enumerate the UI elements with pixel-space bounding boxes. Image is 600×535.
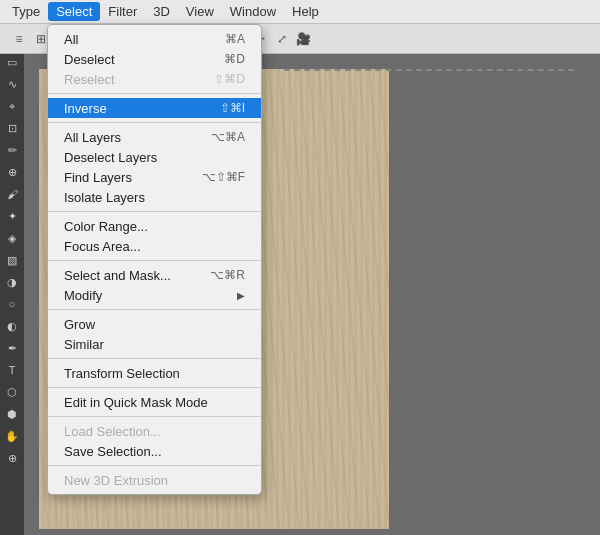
menu-item-reselect-label: Reselect — [64, 72, 115, 87]
selection-marquee — [284, 69, 574, 72]
menu-item-deselect-label: Deselect — [64, 52, 115, 67]
separator-9 — [48, 465, 261, 466]
separator-4 — [48, 260, 261, 261]
separator-1 — [48, 93, 261, 94]
tool-blur[interactable]: ○ — [2, 294, 22, 314]
menu-3d[interactable]: 3D — [145, 2, 178, 21]
tool-clone[interactable]: ✦ — [2, 206, 22, 226]
separator-2 — [48, 122, 261, 123]
tool-wand[interactable]: ⌖ — [2, 96, 22, 116]
menu-item-all-layers-shortcut: ⌥⌘A — [211, 130, 245, 144]
left-sidebar: ↖ ▭ ∿ ⌖ ⊡ ✏ ⊕ 🖌 ✦ ◈ ▧ ◑ ○ ◐ ✒ T ⬡ ⬢ ✋ ⊕ — [0, 24, 24, 535]
select-menu-dropdown: All ⌘A Deselect ⌘D Reselect ⇧⌘D Inverse … — [47, 24, 262, 495]
menu-item-focus-area-label: Focus Area... — [64, 239, 141, 254]
menu-item-modify-label: Modify — [64, 288, 102, 303]
menu-item-color-range-label: Color Range... — [64, 219, 148, 234]
menu-item-focus-area[interactable]: Focus Area... — [48, 236, 261, 256]
menu-item-inverse-label: Inverse — [64, 101, 107, 116]
menu-item-color-range[interactable]: Color Range... — [48, 216, 261, 236]
menu-item-all-label: All — [64, 32, 78, 47]
toolbar-3d-camera[interactable]: 🎥 — [293, 28, 315, 50]
submenu-arrow-icon: ▶ — [237, 290, 245, 301]
menu-item-all[interactable]: All ⌘A — [48, 29, 261, 49]
tool-eyedrop[interactable]: ✏ — [2, 140, 22, 160]
tool-eraser[interactable]: ▧ — [2, 250, 22, 270]
toolbar-3d-slide[interactable]: ⤢ — [271, 28, 293, 50]
tool-brush[interactable]: 🖌 — [2, 184, 22, 204]
menu-item-save-selection-label: Save Selection... — [64, 444, 162, 459]
menu-item-grow-label: Grow — [64, 317, 95, 332]
menu-item-load-selection: Load Selection... — [48, 421, 261, 441]
menu-item-inverse-shortcut: ⇧⌘I — [220, 101, 245, 115]
menu-item-new-3d-extrusion-label: New 3D Extrusion — [64, 473, 168, 488]
separator-3 — [48, 211, 261, 212]
menu-item-deselect-shortcut: ⌘D — [224, 52, 245, 66]
menu-window[interactable]: Window — [222, 2, 284, 21]
tool-crop[interactable]: ⊡ — [2, 118, 22, 138]
menu-item-edit-quick-mask-label: Edit in Quick Mask Mode — [64, 395, 208, 410]
menu-item-find-layers-label: Find Layers — [64, 170, 132, 185]
menu-item-deselect[interactable]: Deselect ⌘D — [48, 49, 261, 69]
menu-type[interactable]: Type — [4, 2, 48, 21]
tool-pen[interactable]: ✒ — [2, 338, 22, 358]
menu-item-all-layers-label: All Layers — [64, 130, 121, 145]
separator-6 — [48, 358, 261, 359]
tool-selection[interactable]: ▭ — [2, 52, 22, 72]
menu-item-new-3d-extrusion: New 3D Extrusion — [48, 470, 261, 490]
menu-item-transform-selection[interactable]: Transform Selection — [48, 363, 261, 383]
tool-heal[interactable]: ⊕ — [2, 162, 22, 182]
menu-item-inverse[interactable]: Inverse ⇧⌘I — [48, 98, 261, 118]
separator-5 — [48, 309, 261, 310]
menu-item-all-layers[interactable]: All Layers ⌥⌘A — [48, 127, 261, 147]
menu-item-transform-selection-label: Transform Selection — [64, 366, 180, 381]
menu-item-find-layers-shortcut: ⌥⇧⌘F — [202, 170, 245, 184]
menu-item-select-and-mask-label: Select and Mask... — [64, 268, 171, 283]
toolbar-icon-1[interactable]: ≡ — [8, 28, 30, 50]
tool-dodge[interactable]: ◐ — [2, 316, 22, 336]
menu-help[interactable]: Help — [284, 2, 327, 21]
menu-view[interactable]: View — [178, 2, 222, 21]
menu-item-isolate-layers[interactable]: Isolate Layers — [48, 187, 261, 207]
tool-gradient[interactable]: ◑ — [2, 272, 22, 292]
menu-item-similar-label: Similar — [64, 337, 104, 352]
menu-select[interactable]: Select — [48, 2, 100, 21]
menu-item-save-selection[interactable]: Save Selection... — [48, 441, 261, 461]
menu-item-deselect-layers[interactable]: Deselect Layers — [48, 147, 261, 167]
separator-7 — [48, 387, 261, 388]
tool-lasso[interactable]: ∿ — [2, 74, 22, 94]
menu-item-select-and-mask[interactable]: Select and Mask... ⌥⌘R — [48, 265, 261, 285]
tool-path[interactable]: ⬡ — [2, 382, 22, 402]
tool-3d[interactable]: ⬢ — [2, 404, 22, 424]
menu-item-all-shortcut: ⌘A — [225, 32, 245, 46]
menu-item-reselect-shortcut: ⇧⌘D — [214, 72, 245, 86]
menu-item-grow[interactable]: Grow — [48, 314, 261, 334]
menu-item-find-layers[interactable]: Find Layers ⌥⇧⌘F — [48, 167, 261, 187]
menu-item-modify[interactable]: Modify ▶ — [48, 285, 261, 305]
menubar: Type Select Filter 3D View Window Help — [0, 0, 600, 24]
separator-8 — [48, 416, 261, 417]
tool-zoom[interactable]: ⊕ — [2, 448, 22, 468]
menu-item-reselect: Reselect ⇧⌘D — [48, 69, 261, 89]
tool-history[interactable]: ◈ — [2, 228, 22, 248]
menu-item-select-and-mask-shortcut: ⌥⌘R — [210, 268, 245, 282]
menu-item-similar[interactable]: Similar — [48, 334, 261, 354]
tool-hand[interactable]: ✋ — [2, 426, 22, 446]
tool-text[interactable]: T — [2, 360, 22, 380]
menu-item-load-selection-label: Load Selection... — [64, 424, 161, 439]
menu-item-deselect-layers-label: Deselect Layers — [64, 150, 157, 165]
menu-filter[interactable]: Filter — [100, 2, 145, 21]
menu-item-edit-quick-mask[interactable]: Edit in Quick Mask Mode — [48, 392, 261, 412]
menu-item-isolate-layers-label: Isolate Layers — [64, 190, 145, 205]
